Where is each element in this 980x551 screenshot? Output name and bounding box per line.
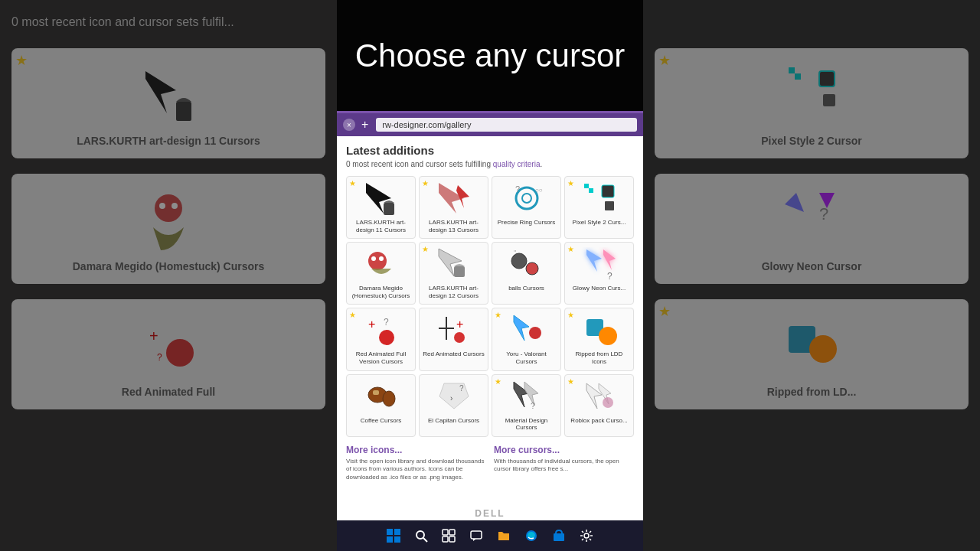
svg-point-30 [371, 256, 376, 261]
browser-chrome: × + rw-designer.com/gallery [337, 113, 643, 136]
bg-card-icon-red: + ? [134, 311, 203, 380]
svg-point-62 [603, 397, 613, 408]
cursor-grid: ★ LARS.KURTH art-design 11 Cursors ★ [346, 176, 634, 437]
svg-rect-11 [823, 94, 835, 106]
more-cursors-block: More cursors... With thousands of indivi… [494, 445, 634, 481]
bg-card-ripped: ★ Ripped from LD... [655, 299, 969, 409]
cursor-card-15[interactable]: ★ Roblox pack Curso... [564, 374, 634, 437]
cursor-card-10[interactable]: ★ Yoru - Valorant Cursors [492, 308, 561, 370]
star-icon: ★ [15, 52, 28, 69]
cursor-card-14[interactable]: ★ ? Material Design Cursors [492, 374, 561, 437]
cursor-card-12[interactable]: Coffee Cursors [346, 374, 416, 437]
cursor-card-1[interactable]: ★ LARS.KURTH art-design 13 Cursors [419, 176, 488, 239]
cursor-name-14: Material Design Cursors [495, 417, 557, 432]
star-11: ★ [567, 311, 574, 319]
svg-point-22 [522, 194, 531, 203]
svg-text:?: ? [515, 184, 520, 194]
svg-rect-72 [449, 536, 455, 542]
quality-link[interactable]: quality criteria [493, 160, 541, 168]
star-14: ★ [495, 377, 501, 386]
cursor-card-6[interactable]: " balls Cursors [492, 242, 561, 305]
cursor-card-11[interactable]: ★ Ripped from LDD Icons [564, 308, 634, 370]
cursor-thumb-4 [362, 247, 400, 282]
cursor-card-3[interactable]: ★ Pixel Style 2 Curs... [564, 176, 634, 239]
section-desc: 0 most recent icon and cursor sets fulfi… [346, 160, 634, 168]
cursor-card-4[interactable]: Damara Megido (Homestuck) Cursors [346, 242, 416, 305]
taskbar-settings-icon[interactable] [577, 527, 596, 545]
cursor-thumb-6: " [508, 247, 546, 282]
svg-text:+: + [456, 318, 463, 331]
bg-card-icon-damara [134, 185, 203, 254]
svg-rect-65 [387, 536, 393, 543]
taskbar-chat-icon[interactable] [467, 527, 485, 545]
more-icons-title[interactable]: More icons... [346, 445, 486, 455]
svg-rect-48 [529, 327, 541, 339]
svg-point-3 [159, 203, 165, 209]
svg-point-67 [416, 531, 424, 539]
svg-point-4 [172, 203, 178, 209]
cursor-card-13[interactable]: › ? El Capitan Cursors [419, 374, 488, 437]
cursor-name-0: LARS.KURTH art-design 11 Cursors [350, 219, 412, 233]
bg-card-glowy: ? Glowy Neon Cursor [655, 174, 969, 284]
cursor-name-4: Damara Megido (Homestuck) Cursors [350, 285, 412, 299]
svg-text:›: › [450, 394, 452, 403]
taskbar-search-icon[interactable] [412, 527, 430, 545]
svg-rect-52 [373, 390, 379, 395]
cursor-card-5[interactable]: ★ LARS.KURTH art-design 12 Cursors [419, 242, 488, 305]
svg-rect-66 [394, 536, 400, 543]
cursor-card-0[interactable]: ★ LARS.KURTH art-design 11 Cursors [346, 176, 416, 239]
more-cursors-title[interactable]: More cursors... [494, 445, 634, 455]
cursor-name-7: Glowy Neon Curs... [573, 285, 626, 292]
cursor-thumb-2: ? ○○ [508, 181, 546, 216]
cursor-thumb-7: ? [580, 247, 619, 282]
tab-close-button[interactable]: × [343, 119, 355, 131]
taskbar-store-icon[interactable] [550, 527, 568, 545]
svg-text:?: ? [607, 271, 612, 282]
svg-point-31 [379, 256, 384, 261]
bg-card-name-lars11: LARS.KURTH art-design 11 Cursors [77, 135, 260, 147]
svg-rect-33 [454, 266, 465, 277]
cursor-name-11: Ripped from LDD Icons [568, 350, 630, 365]
address-bar[interactable]: rw-designer.com/gallery [376, 118, 637, 132]
svg-rect-73 [471, 531, 482, 539]
svg-text:+: + [149, 328, 158, 344]
svg-text:?: ? [819, 204, 828, 223]
svg-point-35 [526, 262, 538, 275]
svg-marker-54 [439, 383, 469, 409]
more-icons-block: More icons... Visit the open icon librar… [346, 445, 486, 481]
cursor-thumb-9: + [435, 313, 473, 347]
svg-rect-64 [394, 529, 400, 535]
cursor-card-8[interactable]: ★ + ? Red Animated Full Version Cursors [346, 308, 416, 370]
star-3: ★ [567, 179, 574, 187]
section-title: Latest additions [346, 144, 634, 157]
cursor-name-5: LARS.KURTH art-design 12 Cursors [423, 285, 485, 299]
star-10: ★ [495, 311, 501, 319]
cursor-card-9[interactable]: + Red Animated Cursors [419, 308, 488, 370]
cursor-card-2[interactable]: ? ○○ Precise Ring Cursors [492, 176, 561, 239]
new-tab-button[interactable]: + [358, 118, 371, 132]
bg-card-icon-lars11 [134, 60, 203, 129]
taskbar-explorer-icon[interactable] [495, 527, 513, 545]
more-section: More icons... Visit the open icon librar… [346, 445, 634, 481]
svg-text:?: ? [384, 317, 389, 328]
svg-text:○○: ○○ [535, 187, 543, 194]
bg-card-icon-pixel [777, 60, 846, 129]
bg-card-lars11: ★ LARS.KURTH art-design 11 Cursors [11, 48, 325, 158]
cursor-card-7[interactable]: ★ ? Glowy Neon Curs... [564, 242, 634, 305]
cursor-thumb-8: + ? [362, 313, 400, 347]
cursor-name-8: Red Animated Full Version Cursors [350, 350, 412, 365]
taskbar-windows-icon[interactable] [384, 527, 403, 545]
bg-card-pixel: ★ Pixel Style 2 Cursor [655, 48, 969, 158]
tab-bar: × + [343, 118, 371, 132]
cursor-name-9: Red Animated Cursors [423, 350, 484, 358]
svg-point-50 [599, 327, 617, 345]
taskbar-task-view-icon[interactable] [439, 527, 458, 545]
bg-card-red: + ? Red Animated Full [11, 299, 325, 409]
svg-text:?: ? [531, 401, 535, 410]
taskbar-edge-icon[interactable] [522, 527, 541, 545]
svg-rect-26 [589, 188, 593, 193]
browser-content: Latest additions 0 most recent icon and … [337, 136, 643, 520]
star-8: ★ [349, 311, 356, 319]
svg-rect-18 [384, 203, 394, 215]
star-icon-pixel: ★ [658, 52, 671, 69]
